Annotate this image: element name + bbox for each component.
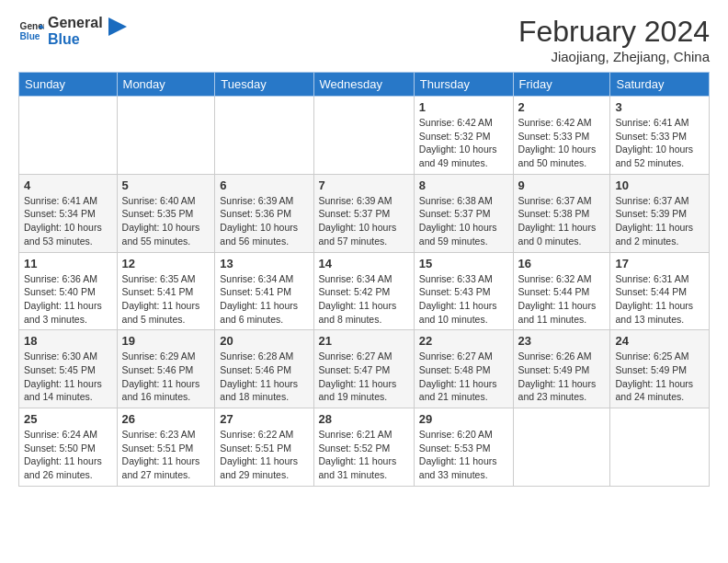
- calendar-table: SundayMondayTuesdayWednesdayThursdayFrid…: [18, 72, 710, 487]
- calendar-cell: 14Sunrise: 6:34 AMSunset: 5:42 PMDayligh…: [313, 252, 414, 330]
- calendar-cell: 12Sunrise: 6:35 AMSunset: 5:41 PMDayligh…: [117, 252, 215, 330]
- day-info: Sunrise: 6:38 AMSunset: 5:37 PMDaylight:…: [419, 194, 508, 248]
- calendar-cell: 8Sunrise: 6:38 AMSunset: 5:37 PMDaylight…: [414, 174, 513, 252]
- day-info: Sunrise: 6:36 AMSunset: 5:40 PMDaylight:…: [24, 272, 112, 327]
- month-year-title: February 2024: [518, 15, 710, 49]
- svg-marker-3: [108, 17, 127, 36]
- calendar-cell: 11Sunrise: 6:36 AMSunset: 5:40 PMDayligh…: [19, 252, 118, 330]
- day-number: 19: [122, 334, 210, 348]
- day-number: 9: [518, 178, 606, 192]
- logo-arrow-icon: [108, 17, 127, 36]
- calendar-cell: 6Sunrise: 6:39 AMSunset: 5:36 PMDaylight…: [215, 174, 313, 252]
- day-info: Sunrise: 6:27 AMSunset: 5:48 PMDaylight:…: [419, 350, 508, 404]
- header-wednesday: Wednesday: [313, 73, 414, 97]
- calendar-week-1: 1Sunrise: 6:42 AMSunset: 5:32 PMDaylight…: [19, 97, 710, 175]
- day-info: Sunrise: 6:24 AMSunset: 5:50 PMDaylight:…: [24, 428, 112, 482]
- day-number: 22: [419, 334, 508, 348]
- calendar-cell: [215, 97, 313, 175]
- day-number: 12: [122, 257, 210, 270]
- day-info: Sunrise: 6:20 AMSunset: 5:53 PMDaylight:…: [419, 428, 508, 482]
- day-number: 17: [615, 257, 704, 270]
- day-number: 10: [615, 178, 704, 192]
- calendar-cell: [610, 408, 710, 487]
- calendar-week-3: 11Sunrise: 6:36 AMSunset: 5:40 PMDayligh…: [19, 252, 710, 330]
- day-number: 20: [220, 334, 308, 348]
- day-info: Sunrise: 6:39 AMSunset: 5:36 PMDaylight:…: [220, 194, 308, 248]
- day-number: 3: [615, 100, 704, 114]
- calendar-header-row: SundayMondayTuesdayWednesdayThursdayFrid…: [19, 73, 710, 97]
- day-info: Sunrise: 6:34 AMSunset: 5:41 PMDaylight:…: [220, 272, 308, 327]
- calendar-cell: 26Sunrise: 6:23 AMSunset: 5:51 PMDayligh…: [117, 408, 215, 487]
- day-number: 6: [220, 178, 308, 192]
- header-monday: Monday: [117, 73, 215, 97]
- day-info: Sunrise: 6:35 AMSunset: 5:41 PMDaylight:…: [122, 272, 210, 327]
- day-info: Sunrise: 6:40 AMSunset: 5:35 PMDaylight:…: [122, 194, 210, 248]
- day-number: 25: [24, 412, 112, 426]
- calendar-cell: 23Sunrise: 6:26 AMSunset: 5:49 PMDayligh…: [513, 330, 610, 408]
- day-info: Sunrise: 6:42 AMSunset: 5:33 PMDaylight:…: [518, 116, 606, 170]
- header-tuesday: Tuesday: [215, 73, 313, 97]
- calendar-cell: 15Sunrise: 6:33 AMSunset: 5:43 PMDayligh…: [414, 252, 513, 330]
- day-number: 21: [319, 334, 409, 348]
- day-number: 27: [220, 412, 308, 426]
- day-number: 4: [24, 178, 112, 192]
- calendar-week-4: 18Sunrise: 6:30 AMSunset: 5:45 PMDayligh…: [19, 330, 710, 408]
- logo-blue-text: Blue: [48, 31, 103, 48]
- day-number: 16: [518, 257, 606, 270]
- day-info: Sunrise: 6:32 AMSunset: 5:44 PMDaylight:…: [518, 272, 606, 327]
- calendar-cell: [313, 97, 414, 175]
- page-header: General Blue General Blue February 2024 …: [18, 15, 710, 64]
- day-number: 26: [122, 412, 210, 426]
- day-number: 23: [518, 334, 606, 348]
- calendar-cell: 18Sunrise: 6:30 AMSunset: 5:45 PMDayligh…: [19, 330, 118, 408]
- calendar-cell: 2Sunrise: 6:42 AMSunset: 5:33 PMDaylight…: [513, 97, 610, 175]
- calendar-cell: 5Sunrise: 6:40 AMSunset: 5:35 PMDaylight…: [117, 174, 215, 252]
- logo-general-text: General: [48, 15, 103, 31]
- day-info: Sunrise: 6:23 AMSunset: 5:51 PMDaylight:…: [122, 428, 210, 482]
- day-info: Sunrise: 6:42 AMSunset: 5:32 PMDaylight:…: [419, 116, 508, 170]
- calendar-cell: 1Sunrise: 6:42 AMSunset: 5:32 PMDaylight…: [414, 97, 513, 175]
- day-number: 24: [615, 334, 704, 348]
- day-info: Sunrise: 6:31 AMSunset: 5:44 PMDaylight:…: [615, 272, 704, 327]
- day-info: Sunrise: 6:37 AMSunset: 5:38 PMDaylight:…: [518, 194, 606, 248]
- day-info: Sunrise: 6:39 AMSunset: 5:37 PMDaylight:…: [319, 194, 409, 248]
- calendar-cell: 22Sunrise: 6:27 AMSunset: 5:48 PMDayligh…: [414, 330, 513, 408]
- day-info: Sunrise: 6:34 AMSunset: 5:42 PMDaylight:…: [319, 272, 409, 327]
- header-thursday: Thursday: [414, 73, 513, 97]
- day-number: 11: [24, 257, 112, 270]
- calendar-cell: 3Sunrise: 6:41 AMSunset: 5:33 PMDaylight…: [610, 97, 710, 175]
- day-info: Sunrise: 6:25 AMSunset: 5:49 PMDaylight:…: [615, 350, 704, 404]
- title-block: February 2024 Jiaojiang, Zhejiang, China: [518, 15, 710, 64]
- day-number: 5: [122, 178, 210, 192]
- day-number: 7: [319, 178, 409, 192]
- day-info: Sunrise: 6:37 AMSunset: 5:39 PMDaylight:…: [615, 194, 704, 248]
- svg-text:Blue: Blue: [20, 32, 40, 42]
- day-number: 28: [319, 412, 409, 426]
- day-number: 13: [220, 257, 308, 270]
- calendar-cell: 9Sunrise: 6:37 AMSunset: 5:38 PMDaylight…: [513, 174, 610, 252]
- logo: General Blue General Blue: [18, 15, 127, 49]
- calendar-cell: 17Sunrise: 6:31 AMSunset: 5:44 PMDayligh…: [610, 252, 710, 330]
- calendar-cell: [117, 97, 215, 175]
- calendar-cell: 10Sunrise: 6:37 AMSunset: 5:39 PMDayligh…: [610, 174, 710, 252]
- calendar-cell: 28Sunrise: 6:21 AMSunset: 5:52 PMDayligh…: [313, 408, 414, 487]
- day-info: Sunrise: 6:26 AMSunset: 5:49 PMDaylight:…: [518, 350, 606, 404]
- calendar-cell: 13Sunrise: 6:34 AMSunset: 5:41 PMDayligh…: [215, 252, 313, 330]
- calendar-cell: 27Sunrise: 6:22 AMSunset: 5:51 PMDayligh…: [215, 408, 313, 487]
- calendar-cell: 21Sunrise: 6:27 AMSunset: 5:47 PMDayligh…: [313, 330, 414, 408]
- day-info: Sunrise: 6:29 AMSunset: 5:46 PMDaylight:…: [122, 350, 210, 404]
- calendar-cell: 16Sunrise: 6:32 AMSunset: 5:44 PMDayligh…: [513, 252, 610, 330]
- day-number: 8: [419, 178, 508, 192]
- calendar-week-5: 25Sunrise: 6:24 AMSunset: 5:50 PMDayligh…: [19, 408, 710, 487]
- day-number: 18: [24, 334, 112, 348]
- calendar-cell: 24Sunrise: 6:25 AMSunset: 5:49 PMDayligh…: [610, 330, 710, 408]
- calendar-week-2: 4Sunrise: 6:41 AMSunset: 5:34 PMDaylight…: [19, 174, 710, 252]
- day-number: 1: [419, 100, 508, 114]
- day-info: Sunrise: 6:28 AMSunset: 5:46 PMDaylight:…: [220, 350, 308, 404]
- day-info: Sunrise: 6:21 AMSunset: 5:52 PMDaylight:…: [319, 428, 409, 482]
- day-number: 2: [518, 100, 606, 114]
- location-subtitle: Jiaojiang, Zhejiang, China: [518, 49, 710, 64]
- header-saturday: Saturday: [610, 73, 710, 97]
- calendar-cell: 20Sunrise: 6:28 AMSunset: 5:46 PMDayligh…: [215, 330, 313, 408]
- day-info: Sunrise: 6:27 AMSunset: 5:47 PMDaylight:…: [319, 350, 409, 404]
